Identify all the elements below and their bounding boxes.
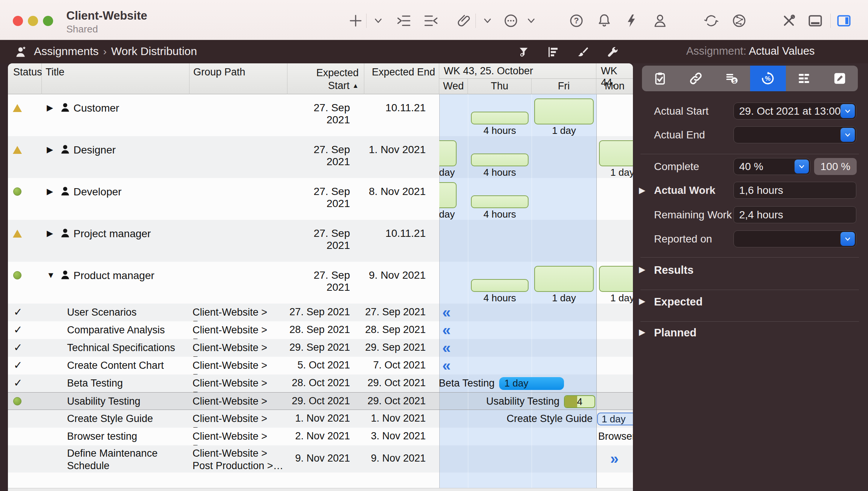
gantt-planned-task-bar[interactable]: 1 day bbox=[597, 413, 633, 425]
outdent-icon[interactable] bbox=[422, 12, 440, 30]
results-disclosure-icon[interactable]: ▶ bbox=[639, 265, 645, 275]
table-row-create-style-guide[interactable]: Create Style GuideClient-Website > P…1. … bbox=[8, 410, 633, 428]
settings-wrench-icon[interactable] bbox=[604, 44, 621, 60]
expected-disclosure-icon[interactable]: ▶ bbox=[639, 296, 645, 306]
user-icon[interactable] bbox=[651, 12, 669, 30]
complete-100-button[interactable]: 100 % bbox=[814, 158, 857, 175]
disclosure-collapsed-icon[interactable]: ▶ bbox=[47, 103, 53, 113]
task-before-range-icon[interactable]: « bbox=[442, 359, 450, 372]
gantt-work-bar[interactable] bbox=[534, 98, 594, 124]
inspector-tab-money[interactable]: $ bbox=[714, 66, 750, 91]
gantt-work-bar[interactable] bbox=[599, 266, 633, 292]
table-row-beta-testing[interactable]: ✓Beta TestingClient-Website > P…28. Oct … bbox=[8, 374, 633, 392]
table-row-define-maintenance[interactable]: Define MaintenanceScheduleClient-Website… bbox=[8, 445, 633, 473]
inspector-tab-row-list[interactable] bbox=[786, 66, 822, 91]
table-row-create-content-chart[interactable]: ✓Create Content ChartClient-Website > P…… bbox=[8, 357, 633, 374]
indent-icon[interactable] bbox=[395, 12, 413, 30]
minimize-button[interactable] bbox=[28, 16, 38, 26]
gantt-work-bar[interactable] bbox=[471, 195, 528, 208]
gantt-work-bar[interactable] bbox=[599, 140, 633, 166]
actual-start-field[interactable]: 29. Oct 2021 at 13:00 bbox=[734, 103, 856, 120]
expected-end-cell: 29. Sep 2021 bbox=[364, 342, 426, 353]
inspector-tab-link[interactable] bbox=[678, 66, 714, 91]
gantt-work-bar[interactable] bbox=[471, 279, 528, 292]
task-before-range-icon[interactable]: « bbox=[442, 305, 450, 319]
gantt-task-label: Beta Testing bbox=[439, 377, 495, 389]
disclosure-collapsed-icon[interactable]: ▶ bbox=[47, 187, 53, 196]
attach-chevron-icon[interactable] bbox=[478, 12, 497, 30]
actual-work-disclosure-icon[interactable]: ▶ bbox=[639, 182, 645, 199]
expected-start-cell: 5. Oct 2021 bbox=[287, 359, 350, 371]
actual-work-field[interactable]: 1,6 hours bbox=[734, 182, 856, 199]
section-planned[interactable]: Planned bbox=[654, 327, 697, 339]
section-results[interactable]: Results bbox=[654, 264, 694, 276]
attachment-icon[interactable] bbox=[455, 12, 473, 30]
planned-disclosure-icon[interactable]: ▶ bbox=[639, 327, 645, 337]
section-expected[interactable]: Expected bbox=[654, 296, 703, 308]
close-button[interactable] bbox=[13, 16, 23, 26]
filter-icon[interactable] bbox=[515, 44, 532, 60]
table-row-developer[interactable]: ▶Developer27. Sep 20218. Nov 20211 day4 … bbox=[8, 178, 633, 220]
column-header-title[interactable]: Title bbox=[42, 63, 189, 94]
gantt-work-bar[interactable] bbox=[534, 266, 594, 292]
table-row-technical-specifications[interactable]: ✓Technical SpecificationsClient-Website … bbox=[8, 339, 633, 357]
help-icon[interactable]: ? bbox=[567, 12, 585, 30]
task-after-range-icon[interactable]: » bbox=[610, 452, 618, 465]
table-row-product-manager[interactable]: ▼Product manager27. Sep 20219. Nov 20214… bbox=[8, 262, 633, 304]
table-row-project-manager[interactable]: ▶Project manager27. Sep 202110.11.21 bbox=[8, 220, 633, 262]
gantt-work-bar[interactable] bbox=[439, 140, 457, 166]
events-icon[interactable] bbox=[622, 12, 640, 30]
breadcrumb-view[interactable]: Work Distribution bbox=[111, 45, 197, 57]
task-before-range-icon[interactable]: « bbox=[442, 341, 450, 354]
more-icon[interactable] bbox=[502, 12, 520, 30]
disclosure-collapsed-icon[interactable]: ▶ bbox=[47, 229, 53, 238]
horizontal-scrollbar-track[interactable] bbox=[8, 488, 633, 491]
style-brush-icon[interactable] bbox=[574, 44, 591, 60]
remaining-work-field[interactable]: 2,4 hours bbox=[734, 206, 856, 223]
complete-field[interactable]: 40 % bbox=[734, 158, 810, 175]
network-icon[interactable] bbox=[730, 12, 748, 30]
notifications-icon[interactable] bbox=[595, 12, 613, 30]
gantt-work-bar[interactable] bbox=[471, 153, 528, 166]
reported-on-dropdown-button[interactable] bbox=[840, 232, 855, 246]
reported-on-field[interactable] bbox=[734, 230, 856, 247]
sync-icon[interactable] bbox=[702, 12, 720, 30]
inspector-tab-clipboard-check[interactable] bbox=[642, 66, 678, 91]
gantt-work-bar[interactable] bbox=[439, 182, 457, 208]
status-cell bbox=[8, 410, 42, 428]
panel-right-icon[interactable] bbox=[835, 12, 853, 30]
column-header-expected-end[interactable]: Expected End bbox=[364, 63, 439, 94]
table-row-usability-testing[interactable]: Usability TestingClient-Website > P…29. … bbox=[8, 392, 633, 410]
task-before-range-icon[interactable]: « bbox=[442, 323, 450, 337]
outline-icon[interactable] bbox=[545, 44, 561, 60]
column-header-group-path[interactable]: Group Path bbox=[189, 63, 287, 94]
disclosure-collapsed-icon[interactable]: ▶ bbox=[47, 145, 53, 155]
add-icon[interactable] bbox=[347, 12, 365, 30]
actual-end-dropdown-button[interactable] bbox=[840, 128, 855, 142]
column-header-expected-start[interactable]: Expected Start ▲ bbox=[287, 63, 364, 94]
sort-ascending-icon[interactable]: ▲ bbox=[352, 82, 359, 89]
table-row-designer[interactable]: ▶Designer27. Sep 20211. Nov 20211 day4 h… bbox=[8, 136, 633, 178]
gantt-work-bar[interactable] bbox=[471, 112, 528, 124]
table-row-browser-testing[interactable]: Browser testingClient-Website > P…2. Nov… bbox=[8, 428, 633, 445]
column-header-status[interactable]: Status bbox=[8, 63, 42, 94]
complete-dropdown-button[interactable] bbox=[795, 160, 809, 173]
table-row-customer[interactable]: ▶Customer27. Sep 202110.11.214 hours1 da… bbox=[8, 94, 633, 136]
panel-bottom-icon[interactable] bbox=[806, 12, 824, 30]
gantt-active-task-bar[interactable]: 1 day bbox=[499, 377, 564, 390]
inspector-tab-percent-cycle-active[interactable]: % bbox=[750, 66, 786, 91]
gantt-progress-task-bar[interactable]: 4 hours bbox=[564, 395, 595, 408]
table-row-comparative-analysis[interactable]: ✓Comparative AnalysisClient-Website > P…… bbox=[8, 321, 633, 339]
breadcrumb[interactable]: Assignments›Work Distribution bbox=[34, 45, 197, 58]
breadcrumb-section[interactable]: Assignments bbox=[34, 45, 99, 57]
add-chevron-icon[interactable] bbox=[369, 12, 387, 30]
actual-end-field[interactable] bbox=[734, 126, 856, 143]
inspector-tab-pencil-square[interactable] bbox=[822, 66, 858, 91]
zoom-button[interactable] bbox=[43, 16, 53, 26]
actual-start-dropdown-button[interactable] bbox=[840, 104, 855, 118]
more-chevron-icon[interactable] bbox=[522, 12, 540, 30]
tools-icon[interactable] bbox=[780, 12, 798, 30]
expected-end-cell: 3. Nov 2021 bbox=[364, 430, 426, 442]
disclosure-expanded-icon[interactable]: ▼ bbox=[47, 270, 55, 280]
table-row-user-scenarios[interactable]: ✓User ScenariosClient-Website > P…27. Se… bbox=[8, 304, 633, 321]
